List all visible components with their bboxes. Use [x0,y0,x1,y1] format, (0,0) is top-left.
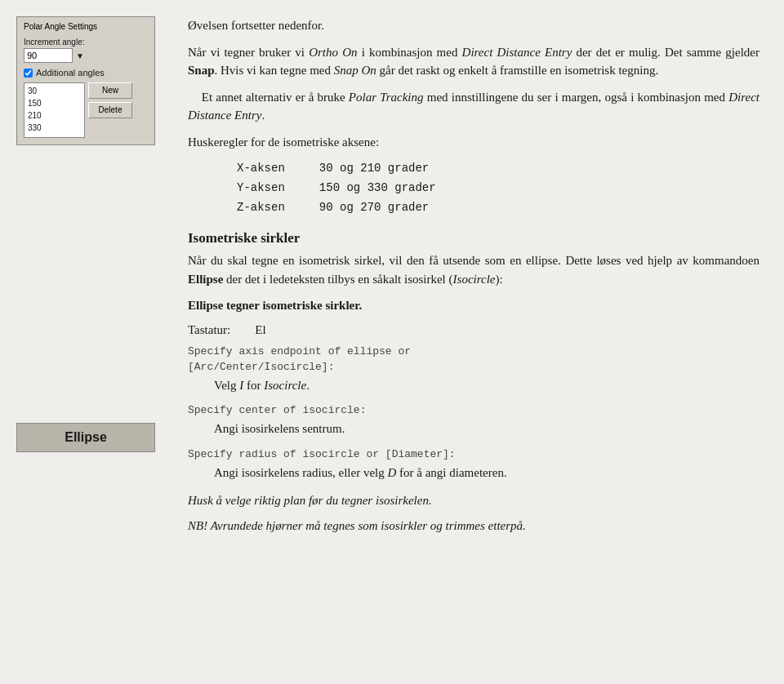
additional-angles-checkbox[interactable] [24,69,33,78]
axes-table: X-aksen 30 og 210 grader Y-aksen 150 og … [237,159,760,217]
increment-input[interactable] [24,48,73,63]
para-1: Øvelsen fortsetter nedenfor. [188,16,760,35]
prompt3-indent-text: Angi isosirkelens radius, eller velg D f… [214,464,760,482]
z-label: Z-aksen [237,201,319,214]
polar-tracking-italic: Polar Tracking [349,91,424,104]
list-section: 30 150 210 330 New Delete [24,82,148,138]
para2-end2: . Hvis vi kan tegne med [215,64,334,77]
ellipse-label-container: Ellipse [16,423,155,452]
para2-mid: i kombinasjon med [358,46,462,59]
x-label: X-aksen [237,162,319,175]
tastatur-value: El [255,323,265,337]
isometric-para-start: Når du skal tegne en isometrisk sirkel, … [188,254,760,267]
prompt2-indent: Angi isosirkelens sentrum. [214,420,760,438]
dialog-title: Polar Angle Settings [20,20,151,34]
para3-indent: Et annet alternativ er å bruke [188,91,349,104]
isometric-end2: ): [495,273,502,286]
italic-line1: Husk å velge riktig plan før du tegner i… [188,491,760,510]
additional-angles-row: Additional angles [24,68,148,78]
prompt-1-section: Specify axis endpoint of ellipse or [Arc… [188,345,760,395]
ellipse-bold: Ellipse [188,273,223,286]
increment-label: Increment angle: [24,38,148,47]
prompt1-for: for [243,379,264,392]
tastatur-label: Tastatur: [188,323,230,337]
para3-mid: med innstillingene du ser i margen, også… [424,91,729,104]
prompt1-line1: Specify axis endpoint of ellipse or [188,345,760,358]
prompt1-line2: [Arc/Center/Isocircle]: [188,361,760,373]
snap-bold: Snap [188,64,215,77]
increment-row: ▼ [24,48,148,63]
ellipse-label-text: Ellipse tegner isometriske sirkler. [188,296,760,315]
prompt-2-section: Specify center of isocircle: Angi isosir… [188,404,760,438]
italic-line2: NB! Avrundede hjørner må tegnes som isos… [188,517,760,535]
prompt1-velg: Velg [214,379,239,392]
isometric-heading: Isometriske sirkler [188,230,760,247]
z-aksen-row: Z-aksen 90 og 270 grader [237,198,760,218]
para3-end: . [261,109,265,122]
isometric-mid: der det i ledeteksten tilbys en såkalt i… [223,273,452,286]
axes-heading-text: Huskeregler for de isometriske aksene: [188,135,379,149]
para2-end3: går det raskt og enkelt å framstille en … [376,64,658,77]
list-item[interactable]: 330 [26,122,82,134]
prompt3-line: Specify radius of isocircle or [Diameter… [188,448,760,460]
ortho-on-italic: Ortho On [309,46,357,59]
list-item[interactable]: 30 [26,85,82,97]
prompt1-indent-text: Velg I for Isocircle. [214,376,760,395]
isocircle-italic: Isocircle [453,273,496,286]
ellipse-sidebar-label: Ellipse [16,423,155,452]
italic-line2-text: NB! Avrundede hjørner må tegnes som isos… [188,519,526,532]
prompt2-line: Specify center of isocircle: [188,404,760,416]
y-aksen-row: Y-aksen 150 og 330 grader [237,179,760,198]
additional-angles-label: Additional angles [36,68,105,78]
list-item[interactable]: 150 [26,97,82,109]
axes-heading: Huskeregler for de isometriske aksene: [188,133,760,152]
para1-text: Øvelsen fortsetter nedenfor. [188,19,324,32]
tastatur-row: Tastatur: El [188,323,760,337]
z-value: 90 og 270 grader [319,201,429,214]
para-3: Et annet alternativ er å bruke Polar Tra… [188,88,760,125]
para2-end: der det er mulig. Det samme gjelder [572,46,760,59]
list-buttons: New Delete [88,82,132,138]
dialog-content: Increment angle: ▼ Additional angles 30 … [20,34,151,141]
prompt1-isocircle-italic: Isocircle [264,379,306,392]
prompt-3-section: Specify radius of isocircle or [Diameter… [188,448,760,482]
delete-button[interactable]: Delete [88,102,132,118]
new-button[interactable]: New [88,82,132,99]
prompt1-period: . [306,379,310,392]
list-item[interactable]: 210 [26,109,82,122]
para2-start: Når vi tegner bruker vi [188,46,309,59]
angles-list[interactable]: 30 150 210 330 [24,82,85,138]
polar-angle-dialog: Polar Angle Settings Increment angle: ▼ … [16,16,155,145]
italic-line1-text: Husk å velge riktig plan før du tegner i… [188,494,432,507]
isometric-para: Når du skal tegne en isometrisk sirkel, … [188,251,760,288]
prompt3-end: for å angi diameteren. [396,466,506,479]
left-panel: Polar Angle Settings Increment angle: ▼ … [16,16,172,535]
prompt3-start: Angi isosirkelens radius, eller velg [214,466,387,479]
para-2: Når vi tegner bruker vi Ortho On i kombi… [188,43,760,80]
direct-distance-entry-italic: Direct Distance Entry [462,46,572,59]
prompt2-text: Angi isosirkelens sentrum. [214,422,345,435]
dropdown-arrow-icon[interactable]: ▼ [76,51,84,60]
snap-on-italic: Snap On [334,64,376,77]
x-value: 30 og 210 grader [319,162,429,175]
y-value: 150 og 330 grader [319,181,436,194]
page-layout: Polar Angle Settings Increment angle: ▼ … [0,0,784,551]
y-label: Y-aksen [237,181,319,194]
prompt3-d-italic: D [387,466,396,479]
x-aksen-row: X-aksen 30 og 210 grader [237,159,760,179]
right-panel: Øvelsen fortsetter nedenfor. Når vi tegn… [188,16,760,535]
